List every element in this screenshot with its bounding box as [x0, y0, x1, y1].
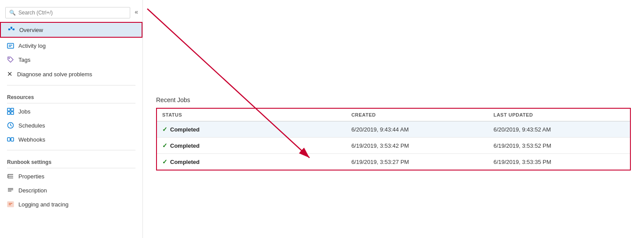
table-row[interactable]: ✓ Completed 6/19/2019, 3:53:42 PM 6/19/2…: [157, 138, 630, 154]
table-row[interactable]: ✓ Completed 6/20/2019, 9:43:44 AM 6/20/2…: [157, 121, 630, 138]
webhooks-icon: [7, 136, 14, 143]
sidebar-item-tags-label: Tags: [18, 57, 30, 63]
sidebar-item-overview[interactable]: Overview: [0, 22, 142, 38]
svg-rect-12: [11, 112, 14, 114]
sidebar: 🔍 « Overview: [0, 0, 143, 238]
check-icon: ✓: [162, 142, 167, 149]
sidebar-item-diagnose-label: Diagnose and solve problems: [17, 71, 92, 78]
status-cell: ✓ Completed: [157, 138, 346, 154]
status-completed: ✓ Completed: [162, 158, 341, 165]
sidebar-item-logging[interactable]: Logging and tracing: [0, 197, 142, 211]
table-header-row: STATUS CREATED LAST UPDATED: [157, 108, 630, 121]
column-header-status: STATUS: [157, 108, 346, 121]
sidebar-item-logging-label: Logging and tracing: [18, 201, 68, 208]
column-header-last-updated: LAST UPDATED: [488, 108, 630, 121]
search-icon: 🔍: [9, 10, 16, 16]
sidebar-item-jobs[interactable]: Jobs: [0, 104, 142, 118]
activity-log-icon: [7, 42, 14, 49]
status-cell: ✓ Completed: [157, 121, 346, 138]
nav-divider-resources: [7, 103, 135, 103]
sidebar-item-schedules-label: Schedules: [18, 122, 45, 129]
description-icon: [7, 187, 14, 194]
svg-rect-5: [7, 43, 14, 48]
svg-rect-16: [7, 138, 10, 141]
schedules-icon: [7, 122, 14, 129]
sidebar-item-overview-label: Overview: [19, 27, 43, 33]
nav-divider-runbook: [7, 168, 135, 168]
resources-section-label: Resources: [0, 89, 142, 102]
svg-rect-17: [11, 138, 14, 141]
jobs-table: STATUS CREATED LAST UPDATED ✓ Completed …: [156, 108, 631, 171]
last-updated-cell: 6/19/2019, 3:53:52 PM: [488, 138, 630, 154]
svg-rect-10: [11, 108, 14, 111]
sidebar-item-description[interactable]: Description: [0, 183, 142, 197]
sidebar-item-tags[interactable]: Tags: [0, 53, 142, 67]
created-cell: 6/19/2019, 3:53:42 PM: [346, 138, 488, 154]
diagnose-icon: ✕: [7, 70, 13, 78]
svg-rect-9: [7, 108, 10, 111]
status-label: Completed: [170, 142, 199, 149]
search-bar[interactable]: 🔍: [5, 7, 130, 18]
svg-rect-11: [7, 112, 10, 114]
sidebar-item-jobs-label: Jobs: [18, 108, 30, 115]
sidebar-item-webhooks[interactable]: Webhooks: [0, 132, 142, 146]
main-content: Recent Jobs STATUS CREATED LAST UPDATED …: [143, 0, 644, 238]
column-header-created: CREATED: [346, 108, 488, 121]
table-row[interactable]: ✓ Completed 6/19/2019, 3:53:27 PM 6/19/2…: [157, 154, 630, 171]
runbook-settings-section-label: Runbook settings: [0, 154, 142, 167]
tags-icon: [7, 56, 14, 63]
status-cell: ✓ Completed: [157, 154, 346, 171]
sidebar-item-activity-log-label: Activity log: [18, 43, 46, 49]
svg-point-8: [9, 58, 10, 59]
sidebar-item-diagnose[interactable]: ✕ Diagnose and solve problems: [0, 67, 142, 82]
status-label: Completed: [170, 126, 199, 133]
nav-divider-2: [7, 150, 135, 150]
overview-icon: [8, 26, 15, 33]
created-cell: 6/19/2019, 3:53:27 PM: [346, 154, 488, 171]
check-icon: ✓: [162, 126, 167, 133]
collapse-button[interactable]: «: [130, 6, 142, 18]
nav-divider-1: [7, 85, 135, 85]
status-completed: ✓ Completed: [162, 142, 341, 149]
created-cell: 6/20/2019, 9:43:44 AM: [346, 121, 488, 138]
search-input[interactable]: [18, 10, 126, 16]
logging-icon: [7, 201, 14, 208]
sidebar-item-activity-log[interactable]: Activity log: [0, 39, 142, 53]
sidebar-item-description-label: Description: [18, 187, 47, 194]
sidebar-navigation: Overview Activity log Tags: [0, 21, 142, 238]
properties-icon: [7, 173, 14, 180]
last-updated-cell: 6/19/2019, 3:53:35 PM: [488, 154, 630, 171]
sidebar-item-properties[interactable]: Properties: [0, 169, 142, 183]
status-label: Completed: [170, 159, 199, 165]
sidebar-item-properties-label: Properties: [18, 173, 44, 180]
recent-jobs-section: Recent Jobs STATUS CREATED LAST UPDATED …: [156, 96, 631, 171]
sidebar-item-webhooks-label: Webhooks: [18, 136, 45, 143]
recent-jobs-title: Recent Jobs: [156, 96, 631, 103]
svg-rect-1: [11, 27, 12, 28]
sidebar-item-schedules[interactable]: Schedules: [0, 118, 142, 132]
sidebar-top-row: 🔍 «: [0, 0, 142, 21]
jobs-icon: [7, 108, 14, 115]
check-icon: ✓: [162, 158, 167, 165]
svg-line-15: [11, 125, 12, 126]
status-completed: ✓ Completed: [162, 126, 341, 133]
last-updated-cell: 6/20/2019, 9:43:52 AM: [488, 121, 630, 138]
svg-rect-26: [7, 202, 14, 207]
